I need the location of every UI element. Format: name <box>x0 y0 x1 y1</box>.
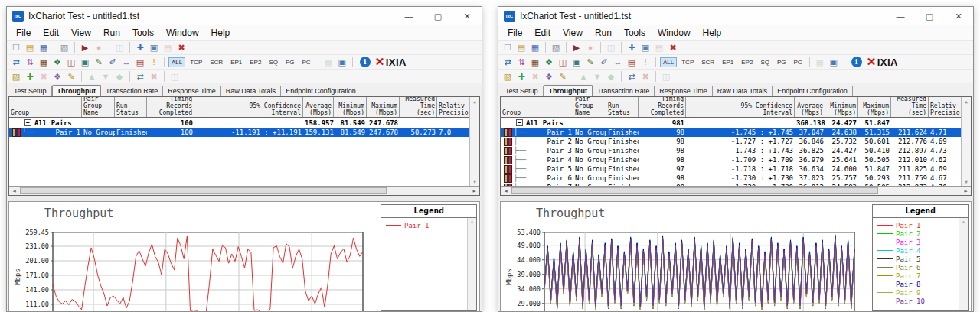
legend-scrollbar[interactable]: ▲ <box>959 218 968 310</box>
add-pair-icon[interactable]: ⇄ <box>501 56 514 68</box>
collapse-icon[interactable]: − <box>516 119 523 126</box>
add-multicast-group-icon[interactable]: ⇅ <box>24 56 36 68</box>
pane-splitter[interactable] <box>7 196 482 201</box>
legend-item-pair-6[interactable]: Pair 6 <box>877 263 956 271</box>
delete-icon[interactable]: ✖ <box>667 41 679 54</box>
add-vpn-tunnel-icon[interactable]: ▣ <box>570 56 583 68</box>
tab-throughput[interactable]: Throughput <box>544 85 593 97</box>
column-header-95-confidence[interactable]: 95% Confidence Interval <box>194 97 303 117</box>
info-icon[interactable]: i <box>851 57 862 67</box>
swap-endpoints-icon[interactable]: ↔ <box>120 56 132 68</box>
column-header-maximum[interactable]: Maximum (Mbps) <box>367 97 400 117</box>
scroll-left-icon[interactable]: ◄ <box>9 188 19 194</box>
replicate-pair-icon[interactable]: ✐ <box>598 56 610 68</box>
menu-tools[interactable]: Tools <box>126 28 160 38</box>
run-test-icon[interactable]: ▶ <box>79 41 91 54</box>
filter-tcp[interactable]: TCP <box>678 57 697 67</box>
horizontal-scrollbar[interactable]: ◄ ► <box>501 186 971 195</box>
tab-response-time[interactable]: Response Time <box>163 86 221 96</box>
edit-pair-icon[interactable]: ✎ <box>93 56 105 68</box>
scroll-right-icon[interactable]: ► <box>961 188 971 194</box>
save-test-icon[interactable]: ▦ <box>38 41 50 54</box>
add-hardware-pair-icon[interactable]: ▦ <box>529 56 541 68</box>
swap-endpoints-icon[interactable]: ↔ <box>612 56 624 68</box>
menu-run[interactable]: Run <box>97 28 126 38</box>
reorder-pairs-icon[interactable]: ❖ <box>51 70 64 83</box>
minimize-button[interactable]: — <box>886 7 915 25</box>
add-multicast-group-icon[interactable]: ⇅ <box>515 56 528 68</box>
run-test-icon[interactable]: ▶ <box>570 41 583 54</box>
filter-ep2[interactable]: EP2 <box>247 57 264 67</box>
column-header-run-status[interactable]: Run Status <box>115 97 147 117</box>
group-pairs-icon[interactable]: ▧ <box>10 70 22 83</box>
column-header-minimum[interactable]: Minimum (Mbps) <box>334 97 367 117</box>
add-item-icon[interactable]: ✚ <box>626 41 638 54</box>
add-voip-pair-icon[interactable]: ❖ <box>543 56 555 68</box>
legend-item-pair-1[interactable]: Pair 1 <box>877 221 956 229</box>
column-header-average[interactable]: Average (Mbps) <box>303 97 334 117</box>
filter-all[interactable]: ALL <box>168 57 185 67</box>
vertical-scrollbar[interactable]: ▲▼ <box>961 97 971 186</box>
column-header-average[interactable]: Average (Mbps) <box>795 97 825 117</box>
table-row[interactable]: ├──Pair 4No GroupFinished98-1.709 : +1.7… <box>501 155 971 164</box>
edit-pair-icon[interactable]: ✎ <box>584 56 596 68</box>
edit-schedule-icon[interactable]: ✎ <box>65 70 77 83</box>
legend-item-pair-4[interactable]: Pair 4 <box>877 246 956 255</box>
edit-schedule-icon[interactable]: ✎ <box>557 70 569 83</box>
legend-item-pair-9[interactable]: Pair 9 <box>877 288 956 297</box>
scroll-right-icon[interactable]: ► <box>469 188 479 194</box>
tab-response-time[interactable]: Response Time <box>655 86 713 96</box>
table-row[interactable]: ├──Pair 6No GroupFinished98-1.730 : +1.7… <box>501 174 971 183</box>
filter-pc[interactable]: PC <box>791 57 805 67</box>
scroll-up-icon[interactable]: ▲ <box>473 99 476 104</box>
filter-pg[interactable]: PG <box>283 57 298 67</box>
tab-endpoint-configuration[interactable]: Endpoint Configuration <box>281 86 361 96</box>
menu-file[interactable]: File <box>501 28 528 38</box>
tab-test-setup[interactable]: Test Setup <box>501 86 544 96</box>
add-vpn-tunnel-icon[interactable]: ▣ <box>79 56 91 68</box>
ungroup-pairs-icon[interactable]: ✚ <box>515 70 528 83</box>
tab-endpoint-configuration[interactable]: Endpoint Configuration <box>773 86 853 96</box>
copy-icon[interactable]: ▣ <box>148 41 160 54</box>
pane-splitter[interactable] <box>498 196 973 201</box>
view-endpoint-config-icon[interactable]: ▤ <box>134 56 146 68</box>
close-button[interactable]: ✕ <box>944 7 973 25</box>
menu-tools[interactable]: Tools <box>618 28 652 38</box>
close-button[interactable]: ✕ <box>452 7 482 25</box>
print-icon[interactable]: ▧ <box>550 41 562 54</box>
vertical-scrollbar[interactable]: ▲▼ <box>469 97 479 186</box>
menu-help[interactable]: Help <box>697 28 728 38</box>
scroll-thumb[interactable] <box>20 187 387 194</box>
add-hardware-pair-icon[interactable]: ▦ <box>38 56 50 68</box>
scroll-up-icon[interactable]: ▲ <box>965 99 968 104</box>
scroll-thumb[interactable] <box>511 187 878 194</box>
scroll-left-icon[interactable]: ◄ <box>501 188 511 194</box>
filter-ep2[interactable]: EP2 <box>738 57 756 67</box>
group-pairs-icon[interactable]: ▧ <box>501 70 514 83</box>
tab-transaction-rate[interactable]: Transaction Rate <box>593 86 655 96</box>
legend-item-pair-10[interactable]: Pair 10 <box>877 297 956 305</box>
column-header-95-confidence[interactable]: 95% Confidence Interval <box>686 97 795 117</box>
horizontal-scrollbar[interactable]: ◄ ► <box>9 186 479 195</box>
legend-item-pair-2[interactable]: Pair 2 <box>877 229 956 238</box>
save-test-icon[interactable]: ▦ <box>529 41 541 54</box>
filter-pc[interactable]: PC <box>299 57 314 67</box>
table-row[interactable]: ├──Pair 3No GroupFinished98-1.743 : +1.7… <box>501 146 971 155</box>
legend-item-pair-3[interactable]: Pair 3 <box>877 238 956 246</box>
new-test-icon[interactable]: ☐ <box>501 41 514 54</box>
menu-run[interactable]: Run <box>589 28 618 38</box>
tab-raw-data-totals[interactable]: Raw Data Totals <box>221 86 281 96</box>
column-header-measured[interactable]: Measured Time (sec) <box>400 97 437 117</box>
reorder-pairs-icon[interactable]: ❖ <box>543 70 555 83</box>
menu-edit[interactable]: Edit <box>37 28 65 38</box>
view-endpoint-config-icon[interactable]: ▤ <box>626 56 638 68</box>
scroll-down-icon[interactable]: ▼ <box>473 179 476 184</box>
maximize-button[interactable]: ▢ <box>915 7 944 25</box>
table-row-all-pairs[interactable]: −All Pairs981368.13824.42751.847 <box>501 118 971 128</box>
filter-sq[interactable]: SQ <box>266 57 281 67</box>
legend-item-pair-5[interactable]: Pair 5 <box>877 255 956 263</box>
tab-transaction-rate[interactable]: Transaction Rate <box>101 86 163 96</box>
table-row[interactable]: ├──Pair 1No GroupFinished98-1.745 : +1.7… <box>501 128 971 137</box>
menu-window[interactable]: Window <box>160 28 205 38</box>
copy-results-icon[interactable]: ▣ <box>828 56 840 68</box>
